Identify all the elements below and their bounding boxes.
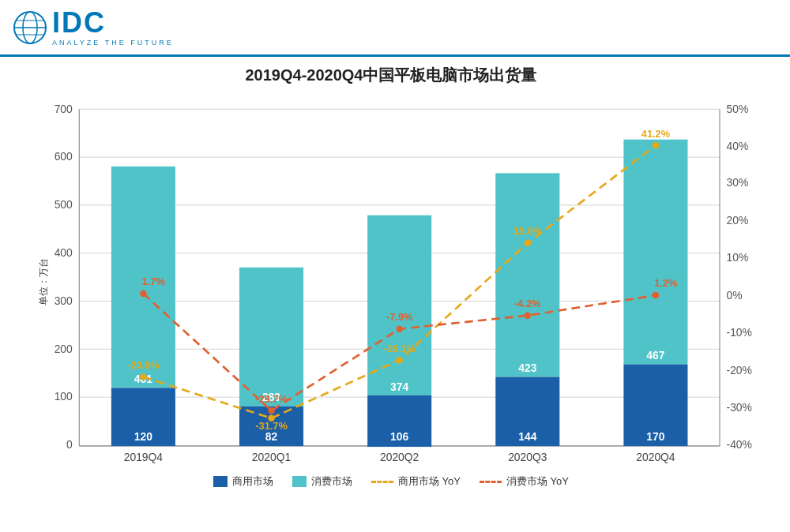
- consumer-bar-2020q2: [367, 215, 431, 395]
- legend-commercial-label: 商用市场: [232, 474, 273, 489]
- svg-text:2020Q1: 2020Q1: [252, 451, 292, 463]
- svg-text:2020Q3: 2020Q3: [508, 451, 547, 463]
- svg-text:30%: 30%: [727, 176, 749, 189]
- legend-commercial-yoy-label: 商用市场 YoY: [398, 474, 461, 489]
- legend-commercial-box: [213, 476, 228, 487]
- idc-logo: IDC Analyze The Future: [52, 9, 174, 47]
- svg-text:-4.2%: -4.2%: [514, 298, 541, 309]
- svg-text:40%: 40%: [727, 140, 749, 152]
- legend-commercial-yoy: 商用市场 YoY: [371, 474, 461, 489]
- chart-area: 2019Q4-2020Q4中国平板电脑市场出货量 单位：万台 700 600 5…: [0, 57, 790, 496]
- svg-text:82: 82: [265, 430, 278, 443]
- svg-text:2020Q2: 2020Q2: [380, 451, 419, 463]
- svg-text:1.2%: 1.2%: [654, 277, 678, 289]
- legend-consumer: 消费市场: [292, 474, 352, 489]
- svg-text:-30%: -30%: [727, 401, 752, 414]
- svg-text:-7.9%: -7.9%: [386, 311, 413, 323]
- commercial-yoy-dot-4: [525, 240, 532, 247]
- svg-text:10%: 10%: [727, 251, 749, 264]
- svg-text:-31.7%: -31.7%: [255, 420, 288, 432]
- svg-text:170: 170: [646, 430, 664, 443]
- commercial-yoy-dot-5: [653, 142, 660, 149]
- consumer-yoy-dot-2: [268, 407, 275, 414]
- header: IDC Analyze The Future: [0, 0, 790, 57]
- svg-text:15.0%: 15.0%: [514, 225, 543, 237]
- svg-text:120: 120: [134, 430, 152, 443]
- svg-text:106: 106: [390, 430, 408, 443]
- svg-text:41.2%: 41.2%: [641, 128, 671, 140]
- svg-text:50%: 50%: [727, 103, 749, 115]
- svg-text:-16.1%: -16.1%: [383, 343, 416, 354]
- svg-text:144: 144: [518, 430, 536, 443]
- consumer-yoy-dot-5: [653, 292, 660, 299]
- chart-title: 2019Q4-2020Q4中国平板电脑市场出货量: [16, 65, 766, 86]
- chart-svg: 700 600 500 400 300 200 100 0 50% 40% 30…: [28, 92, 754, 471]
- chart-legend: 商用市场 消费市场 商用市场 YoY 消费市场 YoY: [16, 474, 766, 489]
- svg-text:0: 0: [66, 438, 73, 451]
- svg-text:0%: 0%: [727, 289, 743, 302]
- svg-text:423: 423: [518, 362, 536, 374]
- legend-consumer-yoy-label: 消费市场 YoY: [506, 474, 569, 489]
- commercial-yoy-dot-1: [140, 373, 147, 380]
- svg-text:374: 374: [390, 380, 408, 393]
- svg-text:1.7%: 1.7%: [142, 275, 166, 287]
- legend-consumer-yoy: 消费市场 YoY: [480, 474, 569, 489]
- svg-text:700: 700: [55, 103, 73, 115]
- svg-text:400: 400: [55, 246, 73, 259]
- legend-consumer-label: 消费市场: [311, 474, 352, 489]
- svg-text:-20%: -20%: [727, 364, 752, 377]
- svg-text:467: 467: [646, 349, 664, 362]
- idc-tagline: Analyze The Future: [52, 39, 174, 47]
- svg-text:-20.8%: -20.8%: [127, 359, 160, 371]
- svg-text:-10%: -10%: [727, 326, 752, 339]
- svg-text:500: 500: [55, 198, 73, 211]
- svg-text:2019Q4: 2019Q4: [124, 451, 164, 463]
- legend-consumer-box: [292, 476, 307, 487]
- svg-text:200: 200: [55, 343, 73, 355]
- legend-commercial: 商用市场: [213, 474, 273, 489]
- consumer-yoy-dot-1: [140, 290, 147, 298]
- svg-text:2020Q4: 2020Q4: [636, 451, 675, 463]
- consumer-bar-2020q3: [495, 173, 559, 377]
- legend-commercial-yoy-dash: [371, 481, 393, 483]
- svg-text:-40%: -40%: [727, 438, 752, 451]
- consumer-yoy-dot-3: [396, 325, 403, 332]
- svg-text:-29.7%: -29.7%: [255, 393, 288, 405]
- consumer-bar-2020q4: [623, 140, 687, 365]
- svg-text:600: 600: [55, 150, 73, 163]
- legend-consumer-yoy-dash: [480, 481, 502, 483]
- commercial-yoy-dot-3: [396, 357, 403, 364]
- consumer-bar-2020q1: [239, 268, 303, 406]
- svg-text:100: 100: [55, 390, 73, 403]
- idc-globe-icon: [13, 10, 47, 45]
- svg-text:20%: 20%: [727, 214, 749, 227]
- chart-container: 单位：万台 700 600 500 400 300 200 100 0: [28, 92, 754, 471]
- y-axis-label: 单位：万台: [37, 258, 51, 305]
- svg-text:300: 300: [55, 294, 73, 307]
- idc-brand-text: IDC: [52, 9, 106, 37]
- consumer-yoy-dot-4: [525, 312, 532, 319]
